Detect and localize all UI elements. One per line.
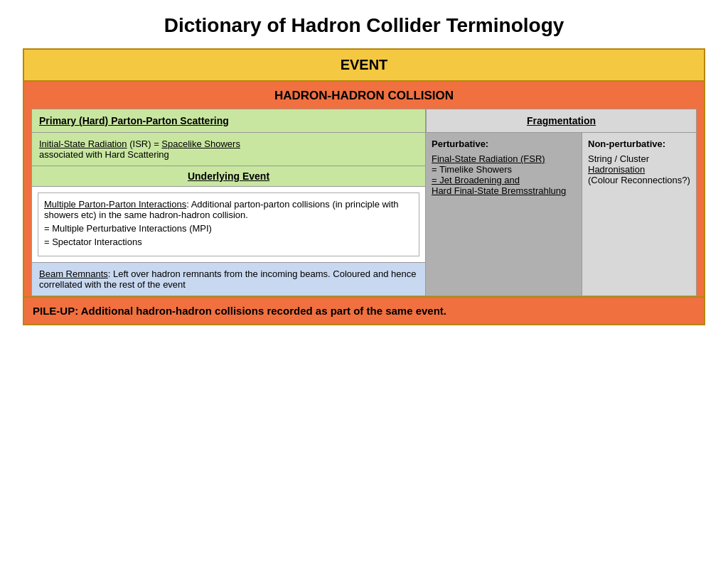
mpi-text2: = Multiple Perturbative Interactions (MP… [44,223,413,234]
hadronisation-link: Hadronisation [588,164,690,175]
hadron-section: HADRON-HADRON COLLISION Primary (Hard) P… [24,82,704,296]
page-title: Dictionary of Hadron Collider Terminolog… [164,14,564,37]
beam-remnants-link: Beam Remnants [39,269,108,279]
underlying-event-header: Underlying Event [32,166,425,187]
isr-equals: (ISR) = [127,139,162,149]
beam-remnants: Beam Remnants: Left over hadron remnants… [32,262,425,295]
hard-final: Hard Final-State Bremsstrahlung [432,185,576,196]
non-perturbative-header: Non-perturbative: [588,139,690,149]
isr-link: Initial-State Radiation [39,139,127,149]
primary-scattering-header: Primary (Hard) Parton-Parton Scattering [32,109,425,133]
mpi-text3: = Spectator Interactions [44,237,413,247]
perturbative-column: Perturbative: Final-State Radiation (FSR… [426,133,582,295]
jet-broadening: = Jet Broadening and [432,175,576,185]
hadron-header: HADRON-HADRON COLLISION [31,89,697,103]
inner-content: Primary (Hard) Parton-Parton Scattering … [31,109,697,296]
right-wrapper: Fragmentation Perturbative: Final-State … [426,109,696,295]
isr-section: Initial-State Radiation (ISR) = Spacelik… [32,133,425,166]
string-cluster: String / Cluster [588,153,690,164]
non-perturbative-column: Non-perturbative: String / Cluster Hadro… [582,133,696,295]
fragmentation-header: Fragmentation [426,109,696,133]
mpi-paragraph: Multiple Parton-Parton Interactions: Add… [44,199,413,220]
isr-associated: associated with Hard Scattering [39,149,169,160]
spacelike-link: Spacelike Showers [161,139,240,149]
main-diagram: EVENT HADRON-HADRON COLLISION Primary (H… [23,48,705,325]
mpi-link: Multiple Parton-Parton Interactions [44,199,186,210]
right-columns: Perturbative: Final-State Radiation (FSR… [426,133,696,295]
colour-reconnections: (Colour Reconnections?) [588,175,690,185]
pile-up-section: PILE-UP: Additional hadron-hadron collis… [24,296,704,324]
fsr-link: Final-State Radiation (FSR) [432,153,576,164]
timelike-showers: = Timelike Showers [432,164,576,175]
perturbative-header: Perturbative: [432,139,576,149]
mpi-section: Multiple Parton-Parton Interactions: Add… [38,192,419,256]
left-panel: Primary (Hard) Parton-Parton Scattering … [32,109,426,295]
event-header: EVENT [24,50,704,82]
